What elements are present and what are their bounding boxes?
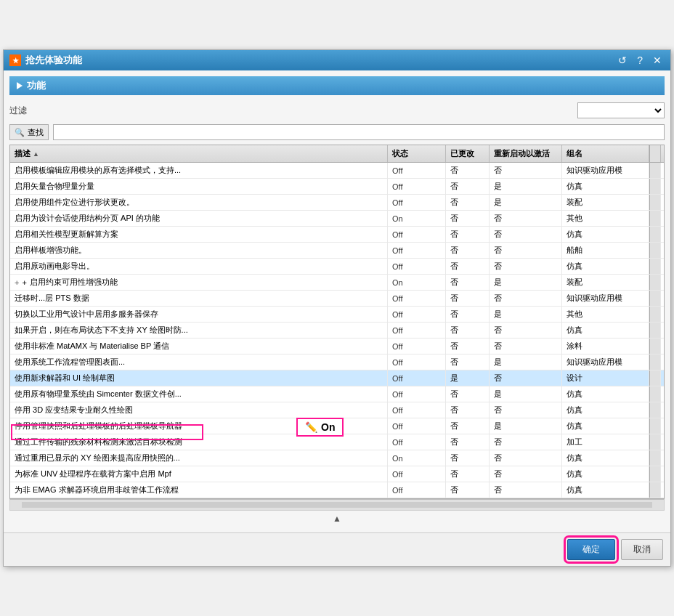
scrollbar-cell xyxy=(649,354,661,370)
table-row[interactable]: 启用为设计会话使用结构分页 API 的功能On否否其他 xyxy=(10,211,664,227)
cell-status: Off xyxy=(388,466,446,482)
filter-dropdown[interactable] xyxy=(577,102,665,118)
scroll-up-arrow[interactable]: ▲ xyxy=(9,511,665,527)
table-row[interactable]: 为非 EMAG 求解器环境启用非歧管体工作流程Off否否仿真 xyxy=(10,482,664,498)
cell-changed: 否 xyxy=(446,195,490,210)
table-row[interactable]: 通过重用已显示的 XY 绘图来提高应用快照的...On否否仿真 xyxy=(10,450,664,466)
table-row[interactable]: 使用原有物理量系统由 Simcenter 数据文件创...Off否是仿真 xyxy=(10,386,664,402)
cell-desc: 使用系统工作流程管理图表面... xyxy=(10,354,388,370)
cell-group: 船舶 xyxy=(562,243,649,258)
table-row[interactable]: 切换以工业用气设计中居用多服务器保存Off否是其他 xyxy=(10,307,664,323)
cell-restart: 是 xyxy=(490,195,562,210)
scrollbar-cell xyxy=(649,418,661,434)
cell-status: Off xyxy=(388,195,446,210)
table-row[interactable]: 通过工件传输的残余材料检测来激活目标块检测Off否否加工 xyxy=(10,434,664,450)
cell-desc: 使用新求解器和 UI 绘制草图 xyxy=(10,370,388,386)
scrollbar-cell xyxy=(649,163,661,178)
scrollbar-cell xyxy=(649,339,661,354)
cell-group: 仿真 xyxy=(562,466,649,482)
cell-status: Off xyxy=(388,370,446,386)
close-btn[interactable]: ✕ xyxy=(650,54,665,66)
cell-changed: 否 xyxy=(446,211,490,226)
h-scrollbar[interactable] xyxy=(9,499,665,511)
cell-status: Off xyxy=(388,386,446,402)
table-row[interactable]: +启用约束可用性增强功能On否是装配 xyxy=(10,275,664,291)
cell-status: Off xyxy=(388,307,446,322)
cell-restart: 是 xyxy=(490,275,562,290)
table-row[interactable]: 使用新求解器和 UI 绘制草图Off是否设计 xyxy=(10,370,664,386)
scrollbar-cell xyxy=(649,179,661,194)
title-controls: ↺ ? ✕ xyxy=(615,54,665,66)
cell-desc: 启用使用组件定位进行形状更改。 xyxy=(10,195,388,210)
scrollbar-cell xyxy=(649,466,661,482)
sort-arrow-desc: ▲ xyxy=(33,150,39,158)
scrollbar-cell xyxy=(649,227,661,242)
table-row[interactable]: 使用非标准 MatAMX 与 Materialise BP 通信Off否否涂料 xyxy=(10,339,664,354)
cell-restart: 是 xyxy=(490,354,562,370)
cell-desc: 启用原动画电影导出。 xyxy=(10,259,388,274)
cell-group: 仿真 xyxy=(562,227,649,242)
cell-status: Off xyxy=(388,323,446,338)
table-row[interactable]: 启用相关性模型更新解算方案Off否否仿真 xyxy=(10,227,664,243)
scrollbar-cell xyxy=(649,307,661,322)
col-group[interactable]: 组名 xyxy=(562,145,649,162)
scrollbar-header xyxy=(649,145,661,162)
cell-restart: 否 xyxy=(490,259,562,274)
cell-status: Off xyxy=(388,163,446,178)
cell-restart: 是 xyxy=(490,179,562,194)
cell-desc: 为非 EMAG 求解器环境启用非歧管体工作流程 xyxy=(10,482,388,498)
search-button[interactable]: 🔍 查找 xyxy=(9,124,49,140)
cell-changed: 否 xyxy=(446,275,490,290)
table-row[interactable]: 为标准 UNV 处理程序在载荷方案中启用 MpfOff否否仿真 xyxy=(10,466,664,482)
cell-changed: 否 xyxy=(446,386,490,402)
col-status[interactable]: 状态 xyxy=(388,145,446,162)
cell-restart: 否 xyxy=(490,482,562,498)
cell-changed: 否 xyxy=(446,482,490,498)
main-window: ★ 抢先体验功能 ↺ ? ✕ 功能 过滤 🔍 查找 xyxy=(3,49,671,567)
refresh-btn[interactable]: ↺ xyxy=(615,54,630,66)
table-row[interactable]: 使用系统工作流程管理图表面...Off否是知识驱动应用模 xyxy=(10,354,664,370)
cell-changed: 否 xyxy=(446,450,490,466)
cell-restart: 否 xyxy=(490,466,562,482)
table-row[interactable]: 启用模板编辑应用模块的原有选择模式，支持...Off否否知识驱动应用模 xyxy=(10,163,664,179)
cell-group: 知识驱动应用模 xyxy=(562,291,649,306)
table-row[interactable]: 启用原动画电影导出。Off否否仿真 xyxy=(10,259,664,275)
scrollbar-track xyxy=(22,502,652,508)
search-bar: 🔍 查找 xyxy=(9,124,665,140)
table-row[interactable]: 启用样板增强功能。Off否否船舶 xyxy=(10,243,664,259)
cell-status: Off xyxy=(388,227,446,242)
cell-changed: 否 xyxy=(446,307,490,322)
table-row[interactable]: 启用使用组件定位进行形状更改。Off否是装配 xyxy=(10,195,664,211)
cell-group: 涂料 xyxy=(562,339,649,354)
table-row[interactable]: 迁移时...层 PTS 数据Off否否知识驱动应用模 xyxy=(10,291,664,307)
cell-status: On xyxy=(388,450,446,466)
search-label: 查找 xyxy=(28,127,44,138)
table-row[interactable]: 启用矢量合物理量分量Off否是仿真 xyxy=(10,179,664,195)
table-row[interactable]: 停用 3D 应变结果专业耐久性绘图Off否否仿真 xyxy=(10,402,664,418)
col-desc[interactable]: 描述 ▲ xyxy=(10,145,388,162)
cell-status: Off xyxy=(388,243,446,258)
col-restart[interactable]: 重新启动以激活 xyxy=(490,145,562,162)
ok-button[interactable]: 确定 xyxy=(567,539,615,560)
scrollbar-cell xyxy=(649,291,661,306)
cell-status: Off xyxy=(388,179,446,194)
cell-group: 知识驱动应用模 xyxy=(562,163,649,178)
scrollbar-cell xyxy=(649,243,661,258)
scrollbar-cell xyxy=(649,450,661,466)
table-header: 描述 ▲ 状态 已更改 重新启动以激活 组名 xyxy=(10,145,664,163)
cell-group: 装配 xyxy=(562,195,649,210)
cell-group: 装配 xyxy=(562,275,649,290)
cell-changed: 否 xyxy=(446,163,490,178)
cell-status: Off xyxy=(388,291,446,306)
cancel-button[interactable]: 取消 xyxy=(621,539,663,560)
cell-changed: 否 xyxy=(446,434,490,450)
search-input[interactable] xyxy=(53,124,665,140)
col-changed[interactable]: 已更改 xyxy=(446,145,490,162)
table-row[interactable]: 如果开启，则在布局状态下不支持 XY 绘图时防...Off否否仿真 xyxy=(10,323,664,339)
cell-status: Off xyxy=(388,259,446,274)
cell-group: 仿真 xyxy=(562,179,649,194)
cell-group: 仿真 xyxy=(562,386,649,402)
cell-changed: 否 xyxy=(446,243,490,258)
help-btn[interactable]: ? xyxy=(634,54,646,66)
table-row[interactable]: 停用管理快照和后处理模板的后处理模板导航器Off否是仿真 xyxy=(10,418,664,434)
